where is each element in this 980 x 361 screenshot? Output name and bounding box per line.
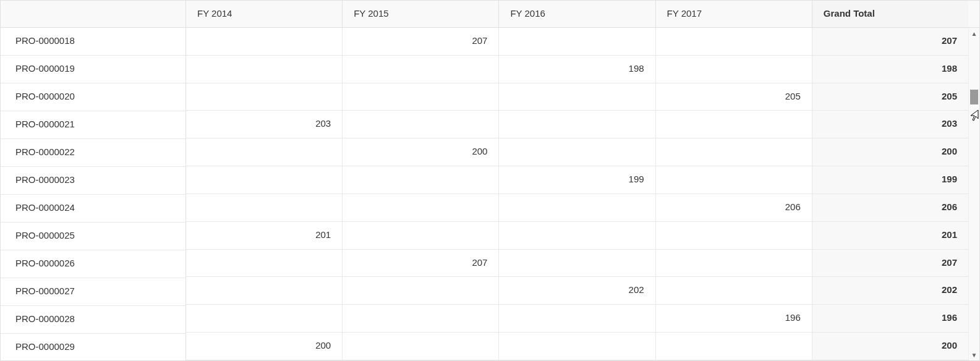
table-row: 200 200	[186, 138, 968, 166]
row-header[interactable]: PRO-0000019	[1, 56, 185, 83]
cell-total[interactable]: 201	[812, 222, 968, 249]
cell-fy2017[interactable]: 196	[656, 305, 812, 332]
cell-total[interactable]: 200	[812, 333, 968, 360]
cell-fy2015[interactable]: 207	[343, 28, 499, 55]
col-header-fy2017[interactable]: FY 2017	[656, 1, 812, 27]
table-row: 200 200	[186, 333, 968, 360]
cell-fy2015[interactable]	[343, 56, 499, 83]
cell-fy2016[interactable]	[499, 250, 655, 277]
cell-fy2014[interactable]	[186, 277, 343, 304]
row-header[interactable]: PRO-0000027	[1, 278, 185, 306]
col-header-fy2015[interactable]: FY 2015	[343, 1, 499, 27]
cell-fy2016[interactable]	[499, 305, 655, 332]
row-header[interactable]: PRO-0000025	[1, 223, 185, 250]
cell-fy2014[interactable]	[186, 166, 343, 193]
cell-fy2017[interactable]: 206	[656, 194, 812, 221]
scroll-thumb[interactable]	[970, 90, 978, 104]
table-row: 203 203	[186, 111, 968, 138]
cell-fy2016[interactable]: 202	[499, 277, 655, 304]
table-row: 207 207	[186, 250, 968, 278]
row-header[interactable]: PRO-0000028	[1, 306, 185, 334]
cell-fy2015[interactable]: 200	[343, 138, 499, 166]
pivot-table: FY 2014 FY 2015 FY 2016 FY 2017 Grand To…	[0, 0, 980, 361]
cell-total[interactable]: 205	[812, 83, 968, 111]
col-header-grand-total[interactable]: Grand Total	[812, 1, 968, 27]
cell-fy2016[interactable]	[499, 333, 655, 360]
col-header-fy2014[interactable]: FY 2014	[186, 1, 343, 27]
cell-fy2014[interactable]	[186, 305, 343, 332]
cell-fy2015[interactable]	[343, 166, 499, 193]
corner-cell	[1, 1, 186, 27]
cell-fy2017[interactable]	[656, 111, 812, 138]
row-header[interactable]: PRO-0000021	[1, 111, 185, 139]
cell-fy2017[interactable]	[656, 138, 812, 166]
cell-fy2015[interactable]	[343, 222, 499, 249]
table-row: 205 205	[186, 83, 968, 111]
scroll-spacer	[968, 1, 979, 27]
cell-total[interactable]: 199	[812, 166, 968, 193]
cell-fy2015[interactable]: 207	[343, 250, 499, 277]
table-row: 198 198	[186, 56, 968, 83]
cell-fy2017[interactable]	[656, 56, 812, 83]
cell-total[interactable]: 203	[812, 111, 968, 138]
cell-total[interactable]: 202	[812, 277, 968, 304]
cell-fy2014[interactable]	[186, 28, 343, 55]
cell-fy2015[interactable]	[343, 277, 499, 304]
cell-fy2014[interactable]	[186, 56, 343, 83]
row-header[interactable]: PRO-0000023	[1, 167, 185, 195]
table-row: 199 199	[186, 166, 968, 194]
cell-fy2017[interactable]: 205	[656, 83, 812, 111]
cell-fy2017[interactable]	[656, 277, 812, 304]
row-header[interactable]: PRO-0000026	[1, 250, 185, 278]
cell-fy2016[interactable]: 198	[499, 56, 655, 83]
cell-fy2017[interactable]	[656, 222, 812, 249]
cell-fy2014[interactable]: 200	[186, 333, 343, 360]
cell-fy2015[interactable]	[343, 333, 499, 360]
vertical-scrollbar[interactable]: ▲ ▼	[968, 28, 979, 360]
row-header[interactable]: PRO-0000022	[1, 139, 185, 167]
scroll-up-icon[interactable]: ▲	[969, 28, 979, 39]
cell-total[interactable]: 196	[812, 305, 968, 332]
cell-fy2015[interactable]	[343, 305, 499, 332]
table-row: 207 207	[186, 28, 968, 56]
cell-fy2017[interactable]	[656, 166, 812, 193]
column-headers-row: FY 2014 FY 2015 FY 2016 FY 2017 Grand To…	[1, 1, 979, 28]
cell-fy2017[interactable]	[656, 333, 812, 360]
cell-fy2016[interactable]	[499, 83, 655, 111]
cell-fy2016[interactable]	[499, 138, 655, 166]
table-row: 201 201	[186, 222, 968, 250]
row-header[interactable]: PRO-0000024	[1, 195, 185, 223]
data-area: 207 207 198 198 205 205	[186, 28, 968, 360]
col-header-fy2016[interactable]: FY 2016	[499, 1, 655, 27]
cell-fy2014[interactable]	[186, 250, 343, 277]
cell-total[interactable]: 207	[812, 250, 968, 277]
table-row: 202 202	[186, 277, 968, 305]
cell-total[interactable]: 198	[812, 56, 968, 83]
cell-fy2014[interactable]: 201	[186, 222, 343, 249]
cell-fy2015[interactable]	[343, 111, 499, 138]
cell-fy2015[interactable]	[343, 194, 499, 221]
row-header[interactable]: PRO-0000018	[1, 28, 185, 56]
scroll-down-icon[interactable]: ▼	[969, 349, 979, 360]
cell-fy2016[interactable]	[499, 222, 655, 249]
cell-fy2016[interactable]	[499, 111, 655, 138]
cell-fy2015[interactable]	[343, 83, 499, 111]
cell-fy2017[interactable]	[656, 250, 812, 277]
cell-total[interactable]: 200	[812, 138, 968, 166]
cell-fy2016[interactable]	[499, 28, 655, 55]
cell-fy2017[interactable]	[656, 28, 812, 55]
cell-fy2014[interactable]	[186, 194, 343, 221]
cell-fy2016[interactable]	[499, 194, 655, 221]
row-headers-column: PRO-0000018 PRO-0000019 PRO-0000020 PRO-…	[1, 28, 186, 360]
cell-fy2016[interactable]: 199	[499, 166, 655, 193]
row-header[interactable]: PRO-0000029	[1, 334, 185, 360]
cell-fy2014[interactable]	[186, 83, 343, 111]
row-header[interactable]: PRO-0000020	[1, 83, 185, 111]
cell-total[interactable]: 207	[812, 28, 968, 55]
table-row: 206 206	[186, 194, 968, 222]
cell-fy2014[interactable]: 203	[186, 111, 343, 138]
cell-fy2014[interactable]	[186, 138, 343, 166]
table-row: 196 196	[186, 305, 968, 333]
cell-total[interactable]: 206	[812, 194, 968, 221]
